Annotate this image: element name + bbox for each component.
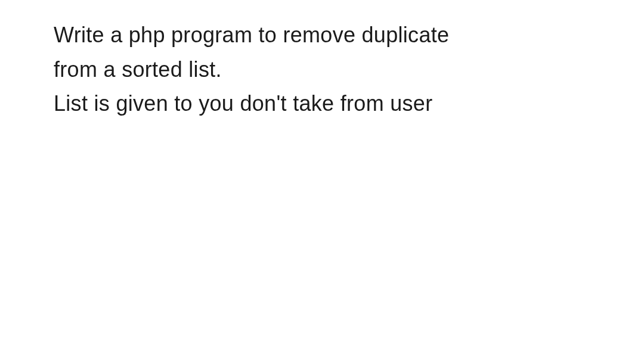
text-line-2: from a sorted list.	[54, 52, 590, 87]
text-line-1: Write a php program to remove duplicate	[54, 18, 590, 52]
text-line-3: List is given to you don't take from use…	[54, 86, 590, 121]
question-text: Write a php program to remove duplicate …	[54, 18, 590, 121]
